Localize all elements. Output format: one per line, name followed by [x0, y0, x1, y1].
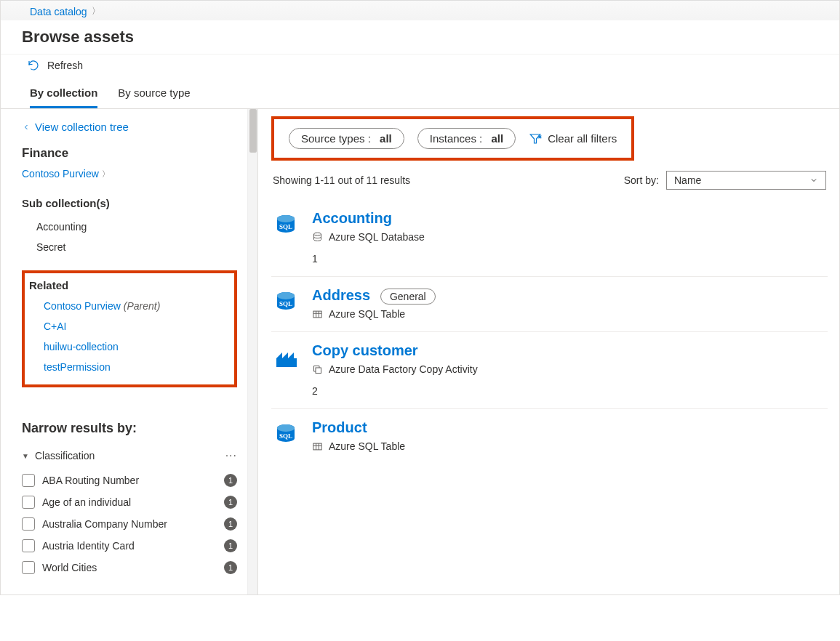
copy-icon: [312, 364, 323, 375]
filter-source-types[interactable]: Source types : all: [289, 128, 404, 149]
chevron-right-icon: 〉: [92, 5, 100, 17]
checkbox-icon[interactable]: [22, 561, 35, 574]
triangle-down-icon: ▼: [22, 452, 29, 460]
svg-rect-4: [313, 311, 321, 318]
sql-database-icon: [273, 290, 298, 315]
facet-item[interactable]: Age of an individual1: [22, 491, 237, 513]
svg-point-3: [314, 233, 321, 235]
clear-all-filters-button[interactable]: Clear all filters: [529, 132, 617, 145]
checkbox-icon[interactable]: [22, 539, 35, 552]
tab-by-source-type[interactable]: By source type: [118, 78, 190, 108]
chevron-left-icon: [22, 123, 31, 132]
sub-collection-item[interactable]: Accounting: [22, 217, 237, 237]
result-item: Address General Azure SQL Table: [271, 277, 828, 332]
filter-clear-icon: [529, 132, 542, 145]
refresh-icon[interactable]: [27, 59, 40, 72]
count-badge: 1: [224, 474, 237, 487]
count-badge: 1: [224, 539, 237, 552]
result-title-link[interactable]: Copy customer: [312, 342, 418, 359]
page-title: Browse assets: [1, 20, 839, 54]
facet-item[interactable]: Austria Identity Card1: [22, 535, 237, 557]
collection-name: Finance: [22, 146, 237, 161]
checkbox-icon[interactable]: [22, 474, 35, 487]
result-type: Azure Data Factory Copy Activity: [312, 363, 828, 375]
result-type: Azure SQL Table: [312, 440, 828, 452]
result-item: Product Azure SQL Table: [271, 409, 828, 464]
facet-item[interactable]: ABA Routing Number1: [22, 469, 237, 491]
sub-collections-heading: Sub collection(s): [22, 197, 237, 209]
data-factory-icon: [273, 345, 298, 370]
result-count: 2: [312, 385, 828, 397]
table-icon: [312, 309, 323, 320]
chevron-right-icon: 〉: [102, 169, 110, 180]
collection-parent-link[interactable]: Contoso Purview: [22, 168, 99, 180]
sort-by-select[interactable]: Name: [666, 171, 826, 190]
sidebar-scrollbar[interactable]: [247, 109, 257, 594]
sql-database-icon: [273, 422, 298, 447]
facet-name: Classification: [35, 450, 95, 461]
related-item-link[interactable]: testPermission: [29, 357, 230, 377]
sql-database-icon: [273, 213, 298, 238]
view-collection-tree-link[interactable]: View collection tree: [22, 121, 237, 133]
filters-highlight-box: Source types : all Instances : all Clear…: [271, 116, 634, 161]
facet-item[interactable]: World Cities1: [22, 557, 237, 578]
filter-instances[interactable]: Instances : all: [417, 128, 516, 149]
checkbox-icon[interactable]: [22, 496, 35, 509]
result-item: Copy customer Azure Data Factory Copy Ac…: [271, 332, 828, 409]
related-item-link[interactable]: Contoso Purview (Parent): [29, 296, 230, 316]
facet-item[interactable]: Australia Company Number1: [22, 513, 237, 535]
breadcrumb: Data catalog 〉: [1, 0, 839, 20]
database-icon: [312, 232, 323, 243]
checkbox-icon[interactable]: [22, 517, 35, 531]
narrow-results-heading: Narrow results by:: [22, 421, 237, 436]
sort-by-label: Sort by:: [624, 174, 659, 186]
tabs: By collection By source type: [1, 78, 839, 109]
related-highlight-box: Related Contoso Purview (Parent)C+AIhuil…: [22, 270, 237, 387]
scrollbar-thumb[interactable]: [249, 109, 257, 153]
result-item: Accounting Azure SQL Database 1: [271, 200, 828, 277]
result-count: 1: [312, 253, 828, 265]
chevron-down-icon: [809, 176, 818, 185]
table-icon: [312, 441, 323, 452]
result-title-link[interactable]: Address: [312, 287, 370, 304]
count-badge: 1: [224, 561, 237, 574]
results-count-text: Showing 1-11 out of 11 results: [273, 174, 410, 186]
count-badge: 1: [224, 517, 237, 531]
tab-by-collection[interactable]: By collection: [30, 78, 97, 108]
related-item-link[interactable]: C+AI: [29, 316, 230, 336]
facet-more-button[interactable]: ···: [225, 449, 237, 462]
result-title-link[interactable]: Accounting: [312, 210, 392, 227]
related-heading: Related: [29, 278, 230, 296]
result-tag: General: [380, 289, 436, 305]
refresh-button[interactable]: Refresh: [47, 60, 83, 71]
facet-classification-toggle[interactable]: ▼ Classification ···: [22, 449, 237, 462]
count-badge: 1: [224, 496, 237, 509]
related-item-link[interactable]: huilwu-collection: [29, 336, 230, 357]
sub-collection-item[interactable]: Secret: [22, 237, 237, 257]
svg-rect-9: [313, 443, 321, 450]
result-type: Azure SQL Database: [312, 231, 828, 243]
breadcrumb-root-link[interactable]: Data catalog: [30, 6, 87, 17]
result-title-link[interactable]: Product: [312, 419, 367, 436]
svg-rect-8: [316, 368, 321, 374]
result-type: Azure SQL Table: [312, 308, 828, 320]
